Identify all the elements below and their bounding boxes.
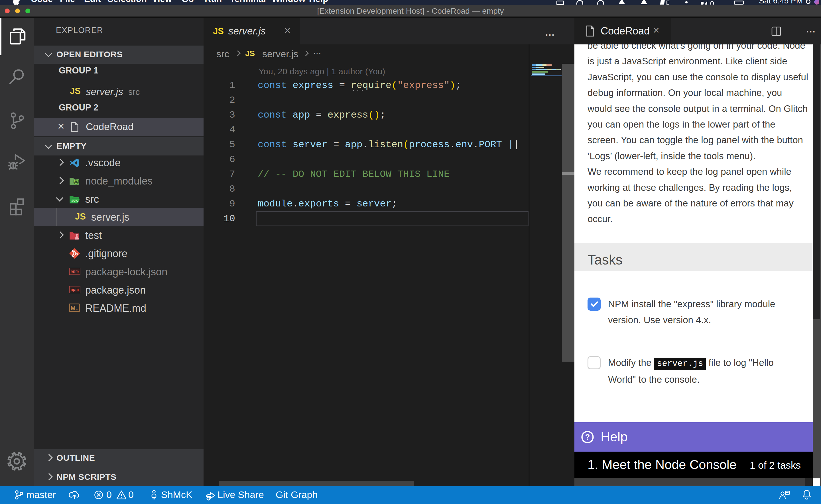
svg-text:?: ? [585, 433, 590, 441]
svg-text:JS: JS [74, 180, 78, 183]
svg-text:</>: </> [71, 199, 78, 204]
